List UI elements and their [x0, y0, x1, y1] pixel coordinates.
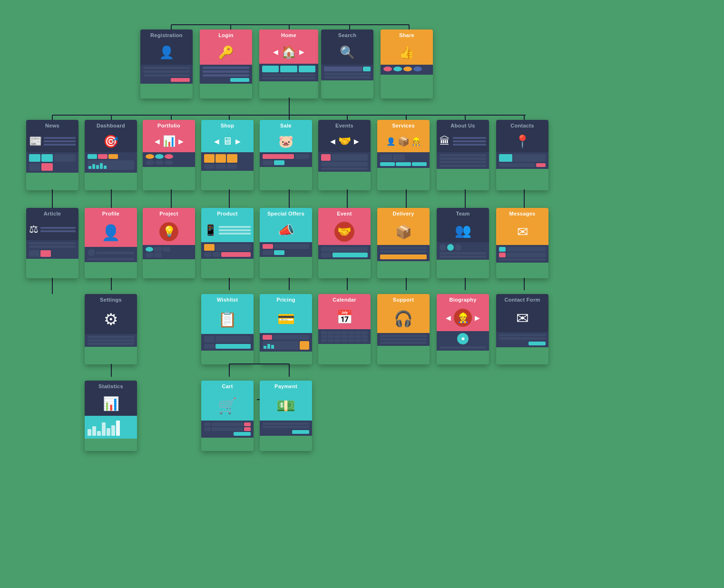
card-delivery-header: Delivery — [377, 208, 430, 218]
card-share[interactable]: Share 👍 — [381, 29, 433, 98]
home-arrow-left: ◀ — [273, 48, 278, 56]
shop-arrow-right: ▶ — [235, 137, 241, 145]
card-team[interactable]: Team 👥 — [437, 208, 489, 278]
diagram-container: Registration 👤 Login 🔑 Home ◀ 🏠 ▶ — [0, 0, 724, 588]
registration-icon: 👤 — [159, 45, 174, 60]
home-arrow-right: ▶ — [299, 48, 304, 56]
card-calendar[interactable]: Calendar 📅 — [318, 294, 371, 364]
card-home-header: Home — [259, 29, 318, 40]
card-contactform-header: Contact Form — [496, 294, 548, 304]
card-article-header: Article — [26, 208, 78, 218]
card-settings-header: Settings — [85, 294, 137, 304]
payment-icon: 💵 — [276, 397, 295, 415]
card-event[interactable]: Event 🤝 — [318, 208, 371, 278]
card-cart-header: Cart — [201, 381, 254, 391]
team-icon: 👥 — [455, 223, 471, 238]
card-search[interactable]: Search 🔍 — [321, 29, 373, 98]
card-events-header: Events — [318, 120, 371, 130]
card-article[interactable]: Article ⚖ — [26, 208, 78, 278]
dashboard-icon: 🎯 — [103, 134, 118, 149]
card-profile[interactable]: Profile 👤 — [85, 208, 137, 278]
card-wishlist[interactable]: Wishlist 📋 — [201, 294, 254, 364]
card-product-header: Product — [201, 208, 254, 218]
services-icon-box: 📦 — [398, 136, 410, 147]
card-dashboard[interactable]: Dashboard 🎯 — [85, 120, 137, 190]
share-icon: 👍 — [399, 45, 414, 60]
services-icon-worker: 👷 — [411, 137, 421, 146]
pricing-icon: 💳 — [277, 311, 295, 327]
card-payment[interactable]: Payment 💵 — [260, 381, 312, 451]
specialoffers-icon: 📣 — [278, 223, 294, 238]
sale-icon: 🐷 — [278, 134, 294, 149]
profile-icon: 👤 — [101, 224, 120, 242]
card-contactform[interactable]: Contact Form ✉ — [496, 294, 548, 364]
card-specialoffers[interactable]: Special Offers 📣 — [260, 208, 312, 278]
card-contacts-header: Contacts — [496, 120, 548, 130]
card-events[interactable]: Events ◀ 🤝 ▶ — [318, 120, 371, 190]
card-dashboard-header: Dashboard — [85, 120, 137, 130]
event-icon: 🤝 — [337, 225, 352, 238]
registration-label: Registration — [150, 32, 183, 38]
events-arrow-left: ◀ — [330, 137, 335, 145]
card-shop[interactable]: Shop ◀ 🖥 ▶ — [201, 120, 254, 190]
card-biography[interactable]: Biography ◀ 👷 ▶ ★ — [437, 294, 489, 364]
card-home[interactable]: Home ◀ 🏠 ▶ — [259, 29, 318, 98]
portfolio-arrow-right: ▶ — [178, 137, 184, 145]
support-icon: 🎧 — [394, 310, 413, 328]
cart-icon: 🛒 — [218, 397, 237, 415]
card-login-header: Login — [200, 29, 252, 40]
card-news[interactable]: News 📰 — [26, 120, 78, 190]
card-aboutus[interactable]: About Us 🏛 — [437, 120, 489, 190]
card-search-header: Search — [321, 29, 373, 40]
aboutus-icon: 🏛 — [440, 135, 450, 147]
calendar-icon: 📅 — [336, 309, 353, 325]
card-support[interactable]: Support 🎧 — [377, 294, 430, 364]
card-specialoffers-header: Special Offers — [260, 208, 312, 218]
product-icon: 📱 — [204, 224, 217, 236]
biography-arrow-right: ▶ — [475, 314, 480, 322]
news-icon: 📰 — [29, 135, 42, 147]
card-portfolio[interactable]: Portfolio ◀ 📊 ▶ — [143, 120, 195, 190]
card-event-header: Event — [318, 208, 371, 218]
card-wishlist-header: Wishlist — [201, 294, 254, 304]
card-project-header: Project — [143, 208, 195, 218]
portfolio-arrow-left: ◀ — [155, 137, 160, 145]
card-shop-header: Shop — [201, 120, 254, 130]
card-calendar-header: Calendar — [318, 294, 371, 304]
portfolio-icon: 📊 — [163, 135, 176, 147]
card-profile-header: Profile — [85, 208, 137, 218]
login-icon: 🔑 — [218, 45, 234, 60]
services-icon-person: 👤 — [386, 137, 396, 146]
card-statistics[interactable]: Statistics 📊 — [85, 381, 137, 451]
card-login[interactable]: Login 🔑 — [200, 29, 252, 98]
card-messages-header: Messages — [496, 208, 548, 218]
card-sale[interactable]: Sale 🐷 — [260, 120, 312, 190]
biography-icon: 👷 — [457, 312, 469, 323]
card-news-header: News — [26, 120, 78, 130]
events-arrow-right: ▶ — [354, 137, 359, 145]
card-product[interactable]: Product 📱 — [201, 208, 254, 278]
card-pricing-header: Pricing — [260, 294, 312, 304]
card-messages[interactable]: Messages ✉ — [496, 208, 548, 278]
card-services[interactable]: Services 👤 📦 👷 — [377, 120, 430, 190]
card-settings[interactable]: Settings ⚙ — [85, 294, 137, 364]
card-portfolio-header: Portfolio — [143, 120, 195, 130]
card-sale-header: Sale — [260, 120, 312, 130]
biography-arrow-left: ◀ — [446, 314, 451, 322]
contactform-icon: ✉ — [516, 309, 529, 327]
card-services-header: Services — [377, 120, 430, 130]
card-contacts[interactable]: Contacts 📍 — [496, 120, 548, 190]
card-payment-header: Payment — [260, 381, 312, 391]
card-registration[interactable]: Registration 👤 — [140, 29, 193, 98]
card-aboutus-header: About Us — [437, 120, 489, 130]
card-project[interactable]: Project 💡 — [143, 208, 195, 278]
settings-icon: ⚙ — [104, 310, 118, 329]
card-cart[interactable]: Cart 🛒 — [201, 381, 254, 451]
wishlist-icon: 📋 — [218, 310, 237, 328]
card-delivery[interactable]: Delivery 📦 — [377, 208, 430, 278]
card-support-header: Support — [377, 294, 430, 304]
home-icon: 🏠 — [281, 45, 296, 59]
card-pricing[interactable]: Pricing 💳 — [260, 294, 312, 364]
card-registration-header: Registration — [140, 29, 193, 40]
events-icon: 🤝 — [338, 135, 351, 147]
